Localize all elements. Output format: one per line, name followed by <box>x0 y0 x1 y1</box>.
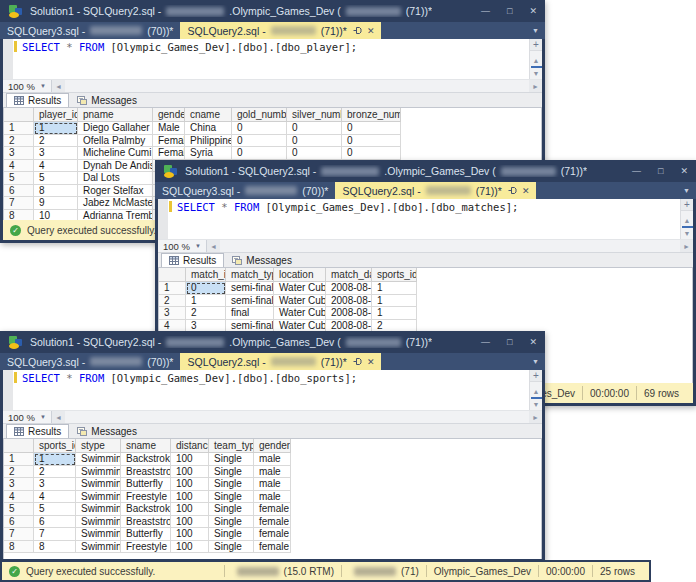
editor-vertical-scrollbar[interactable]: + ▲ ▼ <box>680 199 693 239</box>
grid-cell[interactable]: Philippines <box>185 135 232 148</box>
minimize-button[interactable]: — <box>481 6 490 16</box>
grid-row-header[interactable]: 4 <box>4 491 34 504</box>
scroll-down-icon[interactable]: ▼ <box>533 69 540 78</box>
grid-cell[interactable]: Swimming <box>76 503 121 516</box>
grid-cell[interactable]: male <box>254 453 291 466</box>
grid-row-header[interactable]: 3 <box>159 307 186 320</box>
maximize-button[interactable]: □ <box>507 337 512 347</box>
grid-cell[interactable]: Single <box>209 491 254 504</box>
grid-row-header[interactable]: 3 <box>4 147 34 160</box>
messages-tab[interactable]: Messages <box>70 425 144 438</box>
grid-cell[interactable]: semi-final <box>226 295 274 308</box>
grid-cell[interactable]: Single <box>209 466 254 479</box>
grid-header-cell[interactable]: sname <box>121 439 171 453</box>
grid-cell[interactable]: 8 <box>34 541 76 554</box>
grid-cell[interactable]: Water Cube <box>274 282 326 295</box>
close-button[interactable]: ✕ <box>680 166 688 176</box>
grid-cell[interactable]: Backstroke <box>121 503 171 516</box>
grid-cell[interactable]: 100 <box>171 478 209 491</box>
grid-cell[interactable]: semi-final <box>226 282 274 295</box>
grid-header-cell[interactable]: cname <box>185 108 232 122</box>
grid-cell[interactable]: Syria <box>185 147 232 160</box>
grid-cell[interactable]: Swimming <box>76 466 121 479</box>
messages-tab[interactable]: Messages <box>70 94 144 107</box>
grid-row-header[interactable]: 5 <box>4 172 34 185</box>
grid-header-cell[interactable]: distance <box>171 439 209 453</box>
grid-header-cell[interactable]: stype <box>76 439 121 453</box>
grid-cell[interactable]: 4 <box>34 160 78 173</box>
maximize-button[interactable]: □ <box>507 6 512 16</box>
results-tab[interactable]: Results <box>161 253 224 267</box>
grid-corner-cell[interactable] <box>4 108 34 122</box>
grid-cell[interactable]: Swimming <box>76 541 121 554</box>
pin-icon[interactable] <box>353 26 362 35</box>
grid-cell[interactable]: Freestyle <box>121 491 171 504</box>
grid-cell[interactable]: male <box>254 491 291 504</box>
grid-cell[interactable]: 100 <box>171 466 209 479</box>
grid-cell[interactable]: 3 <box>34 147 78 160</box>
grid-row-header[interactable]: 1 <box>4 122 34 135</box>
grid-cell[interactable]: 0 <box>342 135 401 148</box>
tab-list-dropdown-icon[interactable]: ▼ <box>532 358 545 365</box>
grid-cell[interactable]: Dynah De Andisie <box>78 160 153 173</box>
grid-cell[interactable]: 8 <box>34 185 78 198</box>
grid-header-cell[interactable]: gold_number <box>232 108 287 122</box>
grid-cell[interactable]: female <box>254 503 291 516</box>
grid-header-cell[interactable]: match_type <box>226 268 274 282</box>
results-tab[interactable]: Results <box>6 93 69 107</box>
sql-editor[interactable]: SELECT * FROM [Olympic_Games_Dev].[dbo].… <box>3 370 542 411</box>
grid-row-header[interactable]: 2 <box>4 466 34 479</box>
grid-cell[interactable]: Butterfly <box>121 528 171 541</box>
grid-corner-cell[interactable] <box>159 268 186 282</box>
grid-cell[interactable]: Breaststroke <box>121 516 171 529</box>
grid-cell[interactable]: Swimming <box>76 478 121 491</box>
zoom-level-dropdown[interactable]: 100 %▼ <box>3 411 52 423</box>
grid-cell[interactable]: Freestyle <box>121 541 171 554</box>
grid-cell[interactable]: Single <box>209 503 254 516</box>
close-button[interactable]: ✕ <box>529 337 537 347</box>
scroll-left-icon[interactable]: ◄ <box>207 243 220 250</box>
grid-row-header[interactable]: 8 <box>4 541 34 554</box>
grid-cell[interactable]: 5 <box>34 172 78 185</box>
grid-cell[interactable]: Water Cube <box>274 295 326 308</box>
sql-editor[interactable]: SELECT * FROM [Olympic_Games_Dev].[dbo].… <box>158 199 693 240</box>
grid-header-cell[interactable]: bronze_number <box>342 108 401 122</box>
grid-cell[interactable]: 2008-08-10 <box>326 295 372 308</box>
grid-cell[interactable]: Butterfly <box>121 478 171 491</box>
grid-cell[interactable]: Breaststroke <box>121 466 171 479</box>
scroll-down-icon[interactable]: ▼ <box>533 400 540 409</box>
grid-cell-selected[interactable]: 1 <box>34 122 78 135</box>
grid-cell[interactable]: 4 <box>34 491 76 504</box>
sql-code[interactable]: SELECT * FROM [Olympic_Games_Dev].[dbo].… <box>22 41 357 53</box>
grid-cell[interactable]: Micheline Cumi <box>78 147 153 160</box>
grid-cell[interactable]: Single <box>209 516 254 529</box>
sql-code[interactable]: SELECT * FROM [Olympic_Games_Dev].[dbo].… <box>22 372 357 384</box>
grid-row-header[interactable]: 7 <box>4 197 34 210</box>
grid-cell[interactable]: 3 <box>34 478 76 491</box>
scroll-right-icon[interactable]: ► <box>529 414 542 421</box>
grid-cell[interactable]: 7 <box>34 528 76 541</box>
tab-list-dropdown-icon[interactable]: ▼ <box>683 187 696 194</box>
grid-header-cell[interactable]: player_id <box>34 108 78 122</box>
window-titlebar[interactable]: Solution1 - SQLQuery2.sql -.Olympic_Game… <box>0 0 545 22</box>
grid-header-cell[interactable]: match_date <box>326 268 372 282</box>
grid-cell[interactable]: 1 <box>372 282 417 295</box>
window-titlebar[interactable]: Solution1 - SQLQuery2.sql -.Olympic_Game… <box>155 160 696 182</box>
close-tab-icon[interactable]: ✕ <box>367 357 375 367</box>
sql-editor[interactable]: SELECT * FROM [Olympic_Games_Dev].[dbo].… <box>3 39 542 80</box>
grid-cell[interactable]: 1 <box>372 307 417 320</box>
sql-code[interactable]: SELECT * FROM [Olympic_Games_Dev].[dbo].… <box>177 201 518 213</box>
grid-cell[interactable]: 1 <box>372 295 417 308</box>
window-titlebar[interactable]: Solution1 - SQLQuery2.sql -.Olympic_Game… <box>0 331 545 353</box>
scroll-left-icon[interactable]: ◄ <box>52 414 65 421</box>
grid-cell[interactable]: female <box>254 528 291 541</box>
grid-cell[interactable]: 0 <box>287 122 342 135</box>
grid-cell[interactable]: 2 <box>186 307 226 320</box>
horizontal-scrollbar[interactable] <box>65 80 529 92</box>
grid-cell[interactable]: Swimming <box>76 491 121 504</box>
grid-cell[interactable]: Diego Gallaher <box>78 122 153 135</box>
grid-row-header[interactable]: 2 <box>4 135 34 148</box>
grid-cell[interactable]: Female <box>153 135 185 148</box>
horizontal-scrollbar[interactable] <box>65 411 529 423</box>
grid-cell[interactable]: female <box>254 516 291 529</box>
